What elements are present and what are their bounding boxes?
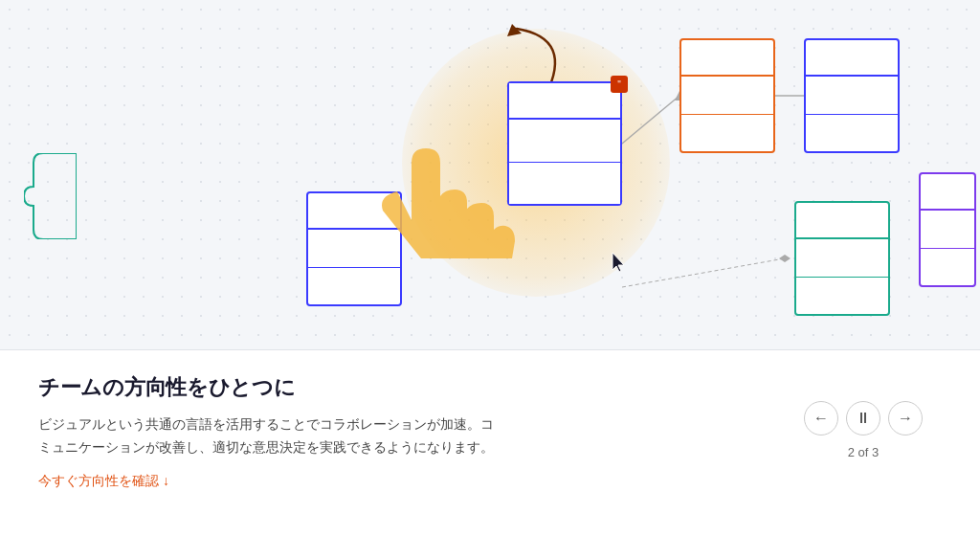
card-purple-edge	[919, 172, 976, 287]
description: ビジュアルという共通の言語を活用することでコラボレーションが加速。コミュニケーシ…	[38, 413, 498, 459]
mouse-cursor	[611, 251, 630, 278]
nav-controls: ← ⏸ → 2 of 3	[804, 401, 923, 459]
next-button[interactable]: →	[888, 401, 923, 436]
illustration-area: "	[0, 0, 980, 354]
card-orange-right	[679, 38, 775, 153]
quote-badge: "	[611, 76, 628, 93]
card-blue-right2	[804, 38, 900, 153]
card-teal-right	[794, 201, 890, 316]
svg-line-5	[622, 258, 785, 287]
prev-button[interactable]: ←	[804, 401, 838, 436]
nav-counter: 2 of 3	[848, 445, 880, 459]
cta-link[interactable]: 今すぐ方向性を確認 ↓	[38, 473, 942, 490]
card-dragging: "	[507, 81, 622, 206]
teal-partial-shape	[24, 153, 77, 243]
nav-buttons: ← ⏸ →	[804, 401, 923, 436]
page-container: "	[0, 0, 980, 536]
svg-marker-6	[779, 255, 791, 262]
pause-button[interactable]: ⏸	[846, 401, 880, 436]
main-title: チームの方向性をひとつに	[38, 373, 942, 402]
hand-shape	[364, 144, 517, 272]
